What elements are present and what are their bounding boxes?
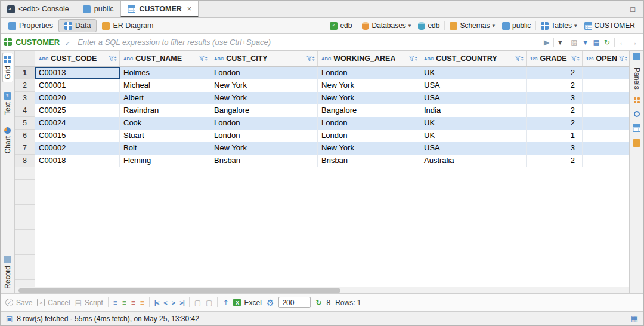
delete-row-icon[interactable]: ≡ — [131, 299, 135, 306]
cell[interactable]: UK — [420, 117, 527, 130]
cell[interactable]: New York — [318, 142, 420, 155]
row-number[interactable]: 5 — [15, 117, 35, 130]
refresh-icon[interactable]: ↻ — [315, 299, 321, 306]
row-number[interactable]: 2 — [15, 79, 35, 92]
breadcrumb-schema[interactable]: public — [500, 20, 533, 31]
breadcrumb-database[interactable]: edb — [416, 20, 442, 31]
row-number[interactable]: 1 — [15, 67, 35, 79]
tab-customer[interactable]: CUSTOMER × — [120, 1, 199, 17]
view-tab-text[interactable]: ¶ Text — [3, 90, 13, 118]
cell[interactable] — [583, 79, 629, 92]
row-number[interactable]: 3 — [15, 92, 35, 104]
grid-corner[interactable] — [15, 51, 35, 66]
cell[interactable]: C00002 — [35, 142, 120, 155]
scrollbar-thumb[interactable] — [18, 288, 340, 293]
column-header-cust_city[interactable]: ABCCUST_CITY — [210, 51, 318, 66]
cell[interactable]: 2 — [527, 67, 583, 79]
cell[interactable] — [583, 92, 629, 104]
cell[interactable] — [583, 67, 629, 79]
cell[interactable]: New York — [318, 92, 420, 104]
table-row[interactable]: 6C00015StuartLondonLondonUK1 — [15, 130, 629, 142]
cell[interactable]: UK — [420, 67, 527, 79]
cell[interactable]: USA — [420, 79, 527, 92]
column-header-cust_country[interactable]: ABCCUST_COUNTRY — [420, 51, 527, 66]
gear-icon[interactable]: ⚙ — [267, 299, 274, 307]
cell[interactable]: C00013 — [35, 67, 120, 79]
breadcrumb-table[interactable]: CUSTOMER — [582, 20, 637, 31]
cell[interactable]: New York — [210, 92, 318, 104]
add-row-icon[interactable]: ≡ — [122, 299, 126, 306]
metadata-panel-icon[interactable] — [634, 97, 636, 100]
cell[interactable]: 2 — [527, 104, 583, 117]
cell[interactable]: 2 — [527, 117, 583, 130]
maximize-icon[interactable]: □ — [630, 5, 635, 14]
row-number[interactable]: 8 — [15, 155, 35, 167]
cell[interactable]: USA — [420, 92, 527, 104]
cell[interactable]: India — [420, 104, 527, 117]
cell[interactable]: Fleming — [120, 155, 210, 167]
filter-settings-icon[interactable]: ▼ — [582, 39, 589, 46]
breadcrumb-schemas[interactable]: Schemas ▾ — [447, 20, 497, 31]
column-header-working_area[interactable]: ABCWORKING_AREA — [318, 51, 420, 66]
erase-filter-icon[interactable]: ▨ — [571, 39, 577, 46]
row-number[interactable]: 6 — [15, 130, 35, 142]
filter-history-icon[interactable]: ▾ — [558, 39, 562, 46]
cell[interactable]: Australia — [420, 155, 527, 167]
cell[interactable]: C00018 — [35, 155, 120, 167]
table-row[interactable]: 1C00013HolmesLondonLondonUK2 — [15, 67, 629, 79]
cell[interactable]: 2 — [527, 155, 583, 167]
filter-sort-icon[interactable] — [571, 56, 580, 62]
row-number[interactable]: 7 — [15, 142, 35, 155]
filter-sort-icon[interactable] — [409, 56, 417, 62]
view-tab-record[interactable]: Record — [3, 253, 13, 291]
grouping-panel-icon[interactable] — [633, 124, 640, 132]
cell[interactable]: London — [318, 67, 420, 79]
apply-filter-icon[interactable]: ▶ — [544, 39, 549, 46]
tab-data[interactable]: Data — [58, 19, 97, 32]
cell[interactable]: Ravindran — [120, 104, 210, 117]
cell[interactable]: London — [210, 67, 318, 79]
expand-icon[interactable]: ↔ — [61, 36, 72, 47]
tab-console[interactable]: >_ <edb> Console — [1, 1, 76, 17]
filter-sort-icon[interactable] — [515, 56, 524, 62]
filter-sort-icon[interactable] — [306, 56, 315, 62]
table-row[interactable]: 4C00025RavindranBangaloreBangaloreIndia2 — [15, 104, 629, 117]
column-header-grade[interactable]: 123GRADE — [527, 51, 583, 66]
fetch-all-icon[interactable]: ▢ — [206, 299, 212, 306]
cell[interactable]: New York — [318, 79, 420, 92]
export-icon[interactable]: ↥ — [222, 299, 228, 306]
cell[interactable]: London — [210, 130, 318, 142]
cell[interactable]: London — [318, 117, 420, 130]
filter-sort-icon[interactable] — [619, 56, 627, 62]
breadcrumb-connection[interactable]: ✓ edb — [327, 20, 354, 31]
first-row-icon[interactable]: |< — [154, 299, 159, 306]
view-tab-chart[interactable]: Chart — [3, 125, 13, 156]
cell[interactable]: Micheal — [120, 79, 210, 92]
cell[interactable]: London — [210, 117, 318, 130]
cell[interactable]: C00025 — [35, 104, 120, 117]
cell[interactable]: C00020 — [35, 92, 120, 104]
back-icon[interactable]: ← — [619, 39, 626, 46]
next-row-icon[interactable]: > — [172, 299, 175, 306]
last-row-icon[interactable]: >| — [179, 299, 184, 306]
breadcrumb-databases[interactable]: Databases ▾ — [360, 20, 413, 31]
cell[interactable] — [583, 117, 629, 130]
open-panel-icon[interactable] — [633, 53, 640, 60]
table-row[interactable]: 2C00001MichealNew YorkNew YorkUSA2 — [15, 79, 629, 92]
view-tab-grid[interactable]: Grid — [2, 53, 13, 82]
cell[interactable]: New York — [210, 79, 318, 92]
column-header-cust_code[interactable]: ABCCUST_CODE — [35, 51, 120, 66]
cell[interactable]: 3 — [527, 92, 583, 104]
fetch-page-icon[interactable]: ▢ — [194, 299, 201, 306]
table-row[interactable]: 7C00002BoltNew YorkNew YorkUSA3 — [15, 142, 629, 155]
cell[interactable]: Cook — [120, 117, 210, 130]
tab-public[interactable]: public — [76, 1, 121, 17]
filter-sort-icon[interactable] — [109, 56, 117, 62]
column-header-cust_name[interactable]: ABCCUST_NAME — [120, 51, 210, 66]
refresh-config-icon[interactable]: ↻ — [604, 39, 610, 46]
table-row[interactable]: 8C00018FlemingBrisbanBrisbanAustralia2 — [15, 155, 629, 167]
table-row[interactable]: 3C00020AlbertNew YorkNew YorkUSA3 — [15, 92, 629, 104]
horizontal-scrollbar[interactable] — [15, 287, 629, 293]
cell[interactable]: Brisban — [210, 155, 318, 167]
cell[interactable]: 3 — [527, 142, 583, 155]
